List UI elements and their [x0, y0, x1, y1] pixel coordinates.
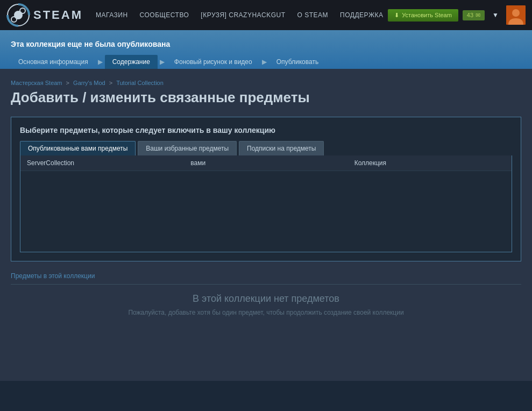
step-basic-info-label: Основная информация: [18, 58, 88, 66]
table-cell-author: вами: [184, 155, 347, 171]
breadcrumb-sep2: >: [109, 80, 114, 86]
tab-published-label: Опубликованные вами предметы: [28, 145, 127, 152]
install-steam-label: Установить Steam: [402, 12, 452, 18]
table-row[interactable]: ServerCollection вами Коллекция: [20, 155, 512, 171]
download-icon: ⬇: [394, 12, 399, 19]
steam-logo[interactable]: STEAM: [6, 3, 83, 27]
main-content: Мастерская Steam > Garry's Mod > Tutoria…: [0, 69, 532, 381]
svg-point-3: [20, 8, 25, 13]
blue-banner: Эта коллекция еще не была опубликована О…: [0, 30, 532, 69]
nav-about[interactable]: О STEAM: [297, 11, 329, 19]
step-sep-2: ▶: [160, 58, 165, 66]
not-published-message: Эта коллекция еще не была опубликована: [11, 36, 521, 55]
breadcrumb: Мастерская Steam > Garry's Mod > Tutoria…: [11, 80, 521, 86]
table-empty-area: [20, 171, 512, 236]
nav-community[interactable]: СООБЩЕСТВО: [140, 11, 189, 19]
tabs: Опубликованные вами предметы Ваши избран…: [20, 141, 512, 155]
empty-collection-title: В этой коллекции нет предметов: [11, 293, 521, 304]
empty-collection-message: Пожалуйста, добавьте хотя бы один предме…: [11, 309, 521, 316]
svg-point-2: [11, 17, 17, 22]
section-divider: [11, 284, 521, 285]
main-nav: МАГАЗИН СООБЩЕСТВО [КРУЗЯ] CRAZYHACKGUT …: [96, 11, 384, 19]
selection-box-title: Выберите предметы, которые следует включ…: [20, 126, 512, 134]
breadcrumb-sep1: >: [66, 80, 71, 86]
nav-store[interactable]: МАГАЗИН: [96, 11, 128, 19]
tab-favorites[interactable]: Ваши избранные предметы: [138, 141, 237, 155]
items-section: Предметы в этой коллекции В этой коллекц…: [11, 272, 521, 316]
breadcrumb-garrysmod[interactable]: Garry's Mod: [73, 80, 105, 86]
selection-box: Выберите предметы, которые следует включ…: [11, 117, 521, 261]
dropdown-arrow-icon[interactable]: ▼: [489, 11, 502, 19]
top-navigation: STEAM МАГАЗИН СООБЩЕСТВО [КРУЗЯ] CRAZYHA…: [0, 0, 532, 30]
nav-left: STEAM МАГАЗИН СООБЩЕСТВО [КРУЗЯ] CRAZYHA…: [6, 3, 384, 27]
mail-icon: ✉: [476, 12, 480, 19]
nav-right: ⬇ Установить Steam 43 ✉ ▼: [388, 5, 526, 25]
tab-published[interactable]: Опубликованные вами предметы: [20, 141, 136, 155]
tab-subscriptions-label: Подписки на предметы: [247, 145, 316, 152]
step-sep-3: ▶: [262, 58, 267, 66]
svg-point-1: [14, 11, 23, 19]
tab-subscriptions[interactable]: Подписки на предметы: [239, 141, 324, 155]
notification-badge[interactable]: 43 ✉: [463, 10, 485, 20]
nav-support[interactable]: ПОДДЕРЖКА: [340, 11, 383, 19]
step-background-label: Фоновый рисунок и видео: [174, 58, 252, 66]
page-title: Добавить / изменить связанные предметы: [11, 89, 521, 106]
step-publish[interactable]: Опубликовать: [269, 55, 326, 69]
avatar[interactable]: [506, 5, 526, 25]
step-background[interactable]: Фоновый рисунок и видео: [167, 55, 260, 69]
step-content[interactable]: Содержание: [105, 55, 158, 69]
step-basic-info[interactable]: Основная информация: [11, 55, 96, 69]
nav-user[interactable]: [КРУЗЯ] CRAZYHACKGUT: [201, 11, 285, 19]
steam-logo-text: STEAM: [33, 8, 83, 22]
table-cell-type: Коллекция: [348, 155, 512, 171]
step-sep-1: ▶: [98, 58, 103, 66]
tab-favorites-label: Ваши избранные предметы: [146, 145, 229, 152]
breadcrumb-workshop[interactable]: Мастерская Steam: [11, 80, 62, 86]
install-steam-button[interactable]: ⬇ Установить Steam: [388, 9, 458, 22]
breadcrumb-collection[interactable]: Tutorial Collection: [116, 80, 164, 86]
steps-bar: Основная информация ▶ Содержание ▶ Фонов…: [11, 55, 521, 69]
table-cell-name: ServerCollection: [20, 155, 184, 171]
items-section-label[interactable]: Предметы в этой коллекции: [11, 272, 521, 280]
step-publish-label: Опубликовать: [276, 58, 318, 66]
step-content-label: Содержание: [112, 58, 150, 66]
svg-point-5: [512, 9, 520, 17]
items-table: ServerCollection вами Коллекция: [20, 155, 512, 252]
notification-count: 43: [467, 12, 473, 18]
